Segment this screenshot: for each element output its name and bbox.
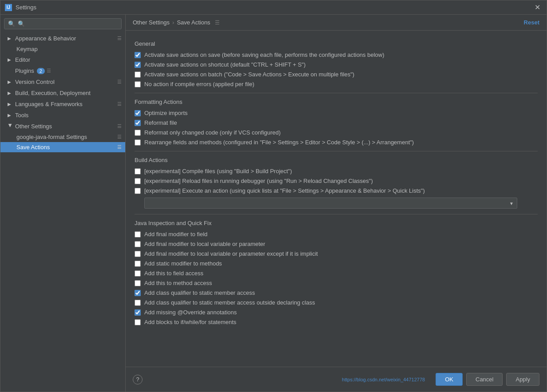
cancel-button[interactable]: Cancel [466,373,503,386]
sidebar-item-label: Version Control [15,79,55,85]
checkbox-compile-files[interactable] [135,168,141,174]
bottom-bar: ? https://blog.csdn.net/weixin_44712778 … [126,367,547,392]
checkbox-add-final-local-implicit[interactable] [135,251,141,257]
checkbox-label-add-final-local-implicit[interactable]: Add final modifier to local variable or … [144,250,318,257]
settings-window: IJ Settings ✕ 🔍 ▶ Appearance & Behavior … [0,0,547,392]
close-button[interactable]: ✕ [533,3,542,12]
checkbox-label-add-this-field[interactable]: Add this to field access [144,270,203,277]
sidebar-item-editor[interactable]: ▶ Editor [0,54,125,65]
search-input[interactable] [18,20,118,27]
search-box[interactable]: 🔍 [4,18,122,29]
checkbox-label-compile-files[interactable]: [experimental] Compile files (using "Bui… [144,168,292,174]
checkbox-add-static-methods[interactable] [135,261,141,267]
expand-arrow-icon: ▶ [8,113,13,118]
reset-button[interactable]: Reset [524,19,539,26]
checkbox-add-blocks[interactable] [135,319,141,325]
checkbox-add-this-method[interactable] [135,280,141,286]
checkbox-label-optimize-imports[interactable]: Optimize imports [144,110,188,116]
checkbox-label-reformat-changed[interactable]: Reformat only changed code (only if VCS … [144,129,281,136]
checkbox-row-no-action-compile: No action if compile errors (applied per… [135,81,538,87]
plugins-badge: 2 [37,68,45,74]
checkbox-row-add-class-qualifier-outside: Add class qualifier to static member acc… [135,299,538,306]
sidebar-item-appearance[interactable]: ▶ Appearance & Behavior ☰ [0,33,125,44]
checkbox-row-add-final-field: Add final modifier to field [135,231,538,238]
settings-icon: ☰ [117,144,122,150]
checkbox-add-final-field[interactable] [135,231,141,238]
checkbox-label-activate-on-batch[interactable]: Activate save actions on batch ("Code > … [144,71,354,78]
checkbox-row-reformat-file: Reformat file [135,119,538,126]
expand-arrow-icon: ▶ [8,57,13,62]
checkbox-reformat-changed[interactable] [135,130,141,136]
settings-content: General Activate save actions on save (b… [126,31,547,367]
checkbox-label-reload-debugger[interactable]: [experimental] Reload files in running d… [144,178,373,184]
checkbox-row-add-this-method: Add this to method access [135,280,538,286]
sidebar-item-label: Keymap [16,46,38,52]
titlebar: IJ Settings ✕ [0,0,547,15]
java-inspection-section-label: Java Inspection and Quick Fix [135,220,538,226]
general-section-label: General [135,40,538,47]
checkbox-label-reformat-file[interactable]: Reformat file [144,119,177,126]
checkbox-label-add-this-method[interactable]: Add this to method access [144,280,212,286]
checkbox-label-add-final-local[interactable]: Add final modifier to local variable or … [144,241,265,247]
main-content: 🔍 ▶ Appearance & Behavior ☰ Keymap ▶ Edi… [0,15,547,392]
expand-arrow-icon: ▶ [8,102,13,107]
ok-button[interactable]: OK [436,373,463,386]
sidebar: 🔍 ▶ Appearance & Behavior ☰ Keymap ▶ Edi… [0,15,126,392]
sidebar-item-label: Tools [15,112,28,119]
dropdown-row-action [144,198,538,209]
checkbox-rearrange-fields[interactable] [135,139,141,146]
settings-icon: ☰ [117,123,122,129]
checkbox-add-final-local[interactable] [135,241,141,247]
checkbox-label-no-action-compile[interactable]: No action if compile errors (applied per… [144,81,254,87]
checkbox-row-activate-on-shortcut: Activate save actions on shortcut (defau… [135,61,538,68]
checkbox-label-rearrange-fields[interactable]: Rearrange fields and methods (configured… [144,139,414,146]
sidebar-item-keymap[interactable]: Keymap [0,44,125,54]
checkbox-label-add-class-qualifier[interactable]: Add class qualifier to static member acc… [144,289,255,296]
checkbox-no-action-compile[interactable] [135,81,141,87]
checkbox-row-add-final-local-implicit: Add final modifier to local variable or … [135,250,538,257]
checkbox-label-add-final-field[interactable]: Add final modifier to field [144,231,207,238]
checkbox-label-execute-action[interactable]: [experimental] Execute an action (using … [144,187,425,194]
checkbox-row-execute-action: [experimental] Execute an action (using … [135,187,538,194]
checkbox-row-optimize-imports: Optimize imports [135,110,538,116]
apply-button[interactable]: Apply [506,373,539,386]
checkbox-label-add-static-methods[interactable]: Add static modifier to methods [144,260,222,267]
sidebar-item-plugins[interactable]: ▶ Plugins 2 ☰ [0,65,125,76]
checkbox-activate-on-save[interactable] [135,52,141,58]
checkbox-reformat-file[interactable] [135,120,141,126]
help-button[interactable]: ? [133,375,143,384]
sidebar-item-languages[interactable]: ▶ Languages & Frameworks ☰ [0,99,125,110]
checkbox-row-activate-on-save: Activate save actions on save (before sa… [135,51,538,58]
checkbox-label-add-blocks[interactable]: Add blocks to if/while/for statements [144,319,236,325]
app-icon: IJ [5,4,12,11]
checkbox-label-add-override[interactable]: Add missing @Override annotations [144,309,237,316]
sidebar-item-version-control[interactable]: ▶ Version Control ☰ [0,76,125,87]
sidebar-item-build[interactable]: ▶ Build, Execution, Deployment [0,87,125,99]
settings-icon: ☰ [117,134,122,140]
checkbox-add-override[interactable] [135,309,141,316]
checkbox-optimize-imports[interactable] [135,110,141,116]
checkbox-row-reformat-changed: Reformat only changed code (only if VCS … [135,129,538,136]
sidebar-item-tools[interactable]: ▶ Tools [0,110,125,121]
checkbox-add-this-field[interactable] [135,270,141,277]
checkbox-reload-debugger[interactable] [135,178,141,184]
expand-arrow-icon: ▶ [8,36,13,41]
checkbox-activate-on-batch[interactable] [135,71,141,78]
checkbox-label-activate-on-save[interactable]: Activate save actions on save (before sa… [144,51,384,58]
checkbox-add-class-qualifier[interactable] [135,290,141,296]
action-dropdown[interactable] [144,198,517,209]
checkbox-add-class-qualifier-outside[interactable] [135,300,141,306]
checkbox-label-activate-on-shortcut[interactable]: Activate save actions on shortcut (defau… [144,61,305,68]
sidebar-item-label: Plugins [15,67,34,74]
checkbox-activate-on-shortcut[interactable] [135,62,141,68]
settings-icon: ☰ [117,101,122,107]
sidebar-item-google-java-format[interactable]: google-java-format Settings ☰ [0,132,125,142]
action-dropdown-wrapper [144,198,517,209]
sidebar-item-save-actions[interactable]: Save Actions ☰ [0,142,125,152]
checkbox-execute-action[interactable] [135,188,141,194]
checkbox-label-add-class-qualifier-outside[interactable]: Add class qualifier to static member acc… [144,299,315,306]
checkbox-row-add-class-qualifier: Add class qualifier to static member acc… [135,289,538,296]
sidebar-item-other-settings[interactable]: ▶ Other Settings ☰ [0,121,125,132]
checkbox-row-rearrange-fields: Rearrange fields and methods (configured… [135,139,538,146]
breadcrumb-bar: Other Settings › Save Actions ☰ Reset [126,15,547,31]
